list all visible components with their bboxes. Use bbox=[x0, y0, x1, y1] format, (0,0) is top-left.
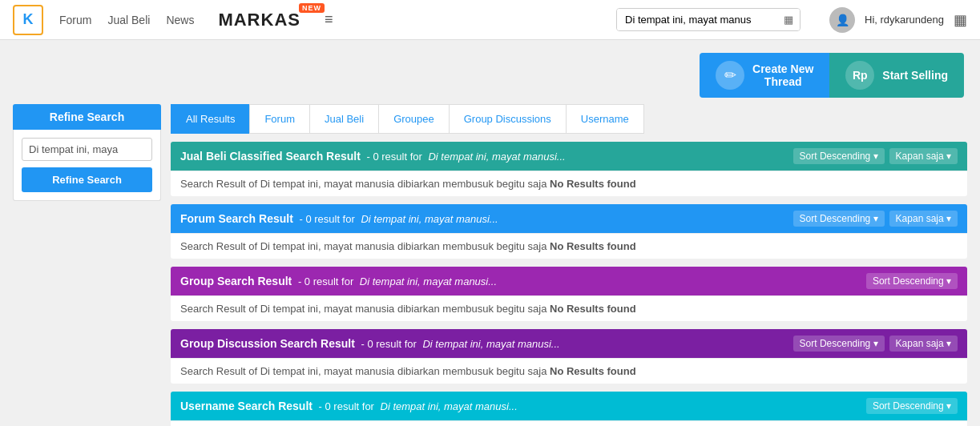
tab-all-results[interactable]: All Results bbox=[171, 104, 249, 134]
result-group-discussion-controls: Sort Descending ▾ Kapan saja ▾ bbox=[793, 336, 958, 352]
hi-user-text: Hi, rdykarundeng bbox=[865, 14, 944, 26]
result-group: Group Search Result - 0 result for Di te… bbox=[171, 267, 967, 321]
create-thread-button[interactable]: ✏ Create NewThread bbox=[700, 53, 829, 98]
search-input[interactable] bbox=[617, 9, 777, 30]
nav-forum[interactable]: Forum bbox=[59, 14, 91, 26]
sort-descending-button-forum[interactable]: Sort Descending ▾ bbox=[793, 211, 885, 227]
tab-forum[interactable]: Forum bbox=[249, 104, 309, 134]
result-jual-beli-title-area: Jual Beli Classified Search Result - 0 r… bbox=[180, 150, 566, 163]
kapan-saja-button-jual-beli[interactable]: Kapan saja ▾ bbox=[889, 148, 958, 164]
result-forum-title-area: Forum Search Result - 0 result for Di te… bbox=[180, 212, 498, 225]
result-group-discussion-title: Group Discussion Search Result bbox=[180, 337, 355, 350]
sort-descending-button-jual-beli[interactable]: Sort Descending ▾ bbox=[793, 148, 885, 164]
result-forum-title: Forum Search Result bbox=[180, 212, 293, 225]
brand-badge: NEW bbox=[299, 3, 325, 13]
hamburger-icon[interactable]: ≡ bbox=[325, 11, 333, 28]
action-bar: ✏ Create NewThread Rp Start Selling bbox=[0, 40, 980, 104]
logo-letter: K bbox=[23, 11, 34, 28]
main-layout: Refine Search Refine Search All Results … bbox=[0, 104, 980, 426]
start-selling-label: Start Selling bbox=[882, 69, 948, 82]
header: K Forum Jual Beli News MARKAS NEW ≡ ▦ 👤 … bbox=[0, 0, 980, 40]
sidebar: Refine Search Refine Search bbox=[13, 104, 161, 426]
kapan-saja-button-group-discussion[interactable]: Kapan saja ▾ bbox=[889, 336, 958, 352]
result-username: Username Search Result - 0 result for Di… bbox=[171, 392, 967, 426]
nav-news[interactable]: News bbox=[166, 14, 194, 26]
notification-icon[interactable]: ▦ bbox=[954, 11, 967, 29]
sort-descending-button-group-discussion[interactable]: Sort Descending ▾ bbox=[793, 336, 885, 352]
result-group-discussion-title-area: Group Discussion Search Result - 0 resul… bbox=[180, 337, 560, 350]
nav-jual-beli[interactable]: Jual Beli bbox=[107, 14, 150, 26]
result-group-body: Search Result of Di tempat ini, mayat ma… bbox=[171, 295, 967, 321]
result-group-discussion: Group Discussion Search Result - 0 resul… bbox=[171, 329, 967, 384]
tabs: All Results Forum Jual Beli Groupee Grou… bbox=[171, 104, 967, 134]
sidebar-title: Refine Search bbox=[13, 104, 161, 130]
result-forum-body: Search Result of Di tempat ini, mayat ma… bbox=[171, 233, 967, 259]
sort-descending-button-group[interactable]: Sort Descending ▾ bbox=[866, 273, 958, 289]
search-icon-button[interactable]: ▦ bbox=[777, 9, 800, 30]
start-selling-button[interactable]: Rp Start Selling bbox=[829, 53, 964, 98]
sort-descending-button-username[interactable]: Sort Descending ▾ bbox=[866, 398, 958, 414]
result-forum-header: Forum Search Result - 0 result for Di te… bbox=[171, 204, 967, 233]
result-jual-beli-title: Jual Beli Classified Search Result bbox=[180, 150, 361, 163]
kapan-saja-button-forum[interactable]: Kapan saja ▾ bbox=[889, 211, 958, 227]
logo[interactable]: K bbox=[13, 5, 43, 35]
result-username-controls: Sort Descending ▾ bbox=[866, 398, 958, 414]
result-group-discussion-header: Group Discussion Search Result - 0 resul… bbox=[171, 329, 967, 358]
create-thread-label: Create NewThread bbox=[752, 62, 813, 88]
sidebar-body: Refine Search bbox=[13, 130, 161, 201]
tab-groupee[interactable]: Groupee bbox=[378, 104, 449, 134]
create-icon: ✏ bbox=[716, 61, 744, 90]
result-jual-beli: Jual Beli Classified Search Result - 0 r… bbox=[171, 142, 967, 196]
result-group-discussion-body: Search Result of Di tempat ini, mayat ma… bbox=[171, 358, 967, 384]
result-username-header: Username Search Result - 0 result for Di… bbox=[171, 392, 967, 420]
tab-jual-beli[interactable]: Jual Beli bbox=[309, 104, 378, 134]
tab-group-discussions[interactable]: Group Discussions bbox=[449, 104, 566, 134]
nav-links: Forum Jual Beli News bbox=[59, 14, 194, 26]
result-jual-beli-controls: Sort Descending ▾ Kapan saja ▾ bbox=[793, 148, 958, 164]
tab-username[interactable]: Username bbox=[566, 104, 644, 134]
brand-logo: MARKAS NEW bbox=[218, 10, 300, 30]
result-jual-beli-header: Jual Beli Classified Search Result - 0 r… bbox=[171, 142, 967, 171]
result-forum: Forum Search Result - 0 result for Di te… bbox=[171, 204, 967, 259]
sidebar-refine-button[interactable]: Refine Search bbox=[22, 167, 152, 192]
sidebar-search-input[interactable] bbox=[22, 138, 152, 161]
result-group-title: Group Search Result bbox=[180, 275, 292, 287]
result-forum-controls: Sort Descending ▾ Kapan saja ▾ bbox=[793, 211, 958, 227]
sell-icon: Rp bbox=[845, 61, 874, 90]
result-username-title-area: Username Search Result - 0 result for Di… bbox=[180, 400, 518, 412]
result-username-body: Search Result of Di tempat ini, mayat ma… bbox=[171, 420, 967, 426]
result-jual-beli-body: Search Result of Di tempat ini, mayat ma… bbox=[171, 171, 967, 196]
result-group-header: Group Search Result - 0 result for Di te… bbox=[171, 267, 967, 295]
header-right: 👤 Hi, rdykarundeng ▦ bbox=[829, 7, 967, 33]
avatar: 👤 bbox=[829, 7, 855, 33]
result-group-title-area: Group Search Result - 0 result for Di te… bbox=[180, 275, 497, 287]
result-username-title: Username Search Result bbox=[180, 400, 313, 412]
search-bar: ▦ bbox=[616, 8, 801, 31]
content-area: All Results Forum Jual Beli Groupee Grou… bbox=[171, 104, 967, 426]
result-group-controls: Sort Descending ▾ bbox=[866, 273, 958, 289]
